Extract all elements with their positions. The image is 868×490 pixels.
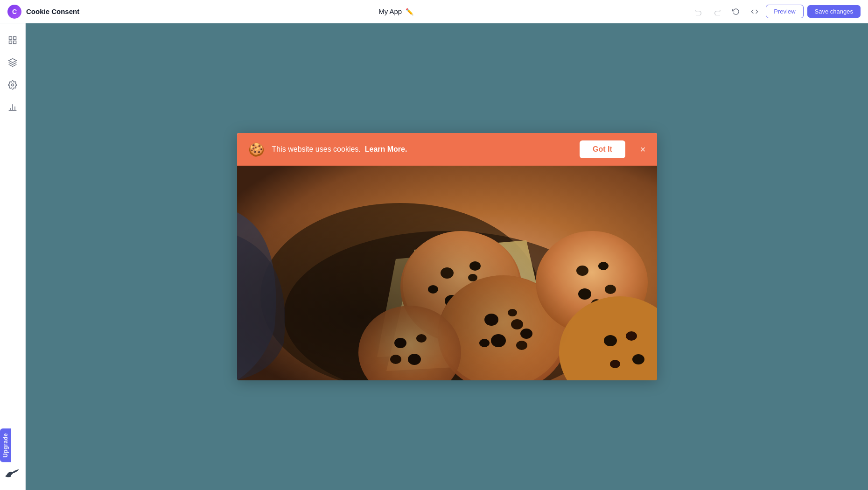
svg-rect-1 (14, 37, 16, 40)
svg-rect-2 (14, 41, 16, 44)
cookie-text: This website uses cookies. Learn More. (272, 145, 573, 154)
svg-rect-0 (9, 37, 12, 40)
svg-rect-47 (237, 166, 657, 380)
app-title: My App (378, 7, 402, 15)
app-logo: C (7, 5, 21, 19)
cookie-icon: 🍪 (248, 142, 265, 157)
sidebar-item-settings[interactable] (3, 76, 22, 94)
restore-button[interactable] (728, 4, 743, 19)
got-it-button[interactable]: Got It (580, 140, 625, 158)
topbar-left: C Cookie Consent (7, 5, 101, 19)
bottom-logo (4, 468, 21, 479)
close-icon[interactable]: × (640, 144, 646, 155)
app-name: Cookie Consent (26, 7, 79, 15)
cookie-banner: 🍪 This website uses cookies. Learn More.… (237, 133, 657, 166)
preview-button[interactable]: Preview (766, 5, 803, 18)
canvas-area: 🍪 This website uses cookies. Learn More.… (26, 23, 868, 490)
save-button[interactable]: Save changes (807, 5, 861, 18)
topbar: C Cookie Consent My App ✏️ Preview Save … (0, 0, 868, 23)
preview-card: 🍪 This website uses cookies. Learn More.… (237, 133, 657, 380)
sidebar (0, 23, 26, 490)
edit-icon[interactable]: ✏️ (406, 8, 413, 15)
sidebar-item-layout[interactable] (3, 31, 22, 49)
svg-point-4 (12, 84, 14, 86)
main-layout: Upgrade 🍪 This website uses cookies. Lea… (0, 23, 868, 490)
topbar-right: Preview Save changes (691, 4, 861, 19)
undo-button[interactable] (691, 4, 706, 19)
cookie-image (237, 166, 657, 380)
svg-point-9 (6, 475, 11, 477)
sidebar-item-analytics[interactable] (3, 98, 22, 117)
svg-rect-3 (9, 41, 12, 44)
code-button[interactable] (747, 4, 762, 19)
topbar-center: My App ✏️ (106, 7, 686, 15)
redo-button[interactable] (710, 4, 725, 19)
sidebar-item-elements[interactable] (3, 53, 22, 72)
upgrade-tab[interactable]: Upgrade (0, 428, 11, 462)
